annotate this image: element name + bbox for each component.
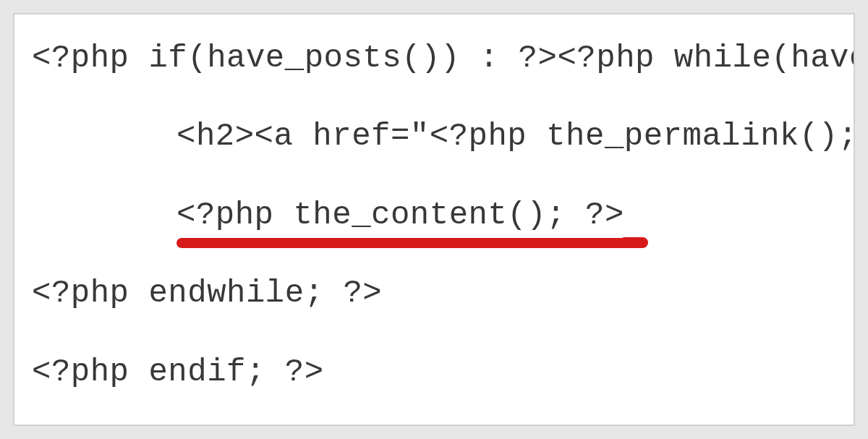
- code-line-endwhile: <?php endwhile; ?>: [32, 276, 836, 310]
- code-text-the-content: <?php the_content(); ?>: [176, 197, 624, 233]
- red-underline-annotation: [176, 238, 632, 248]
- page-background: <?php if(have_posts()) : ?><?php while(h…: [0, 0, 868, 439]
- code-line-the-content: <?php the_content(); ?>: [32, 197, 836, 232]
- code-line-endif: <?php endif; ?>: [32, 354, 836, 389]
- code-line-h2-permalink: <h2><a href="<?php the_permalink(); ?: [32, 119, 836, 153]
- code-snippet-panel: <?php if(have_posts()) : ?><?php while(h…: [13, 13, 855, 426]
- code-line-if-while: <?php if(have_posts()) : ?><?php while(h…: [32, 41, 836, 75]
